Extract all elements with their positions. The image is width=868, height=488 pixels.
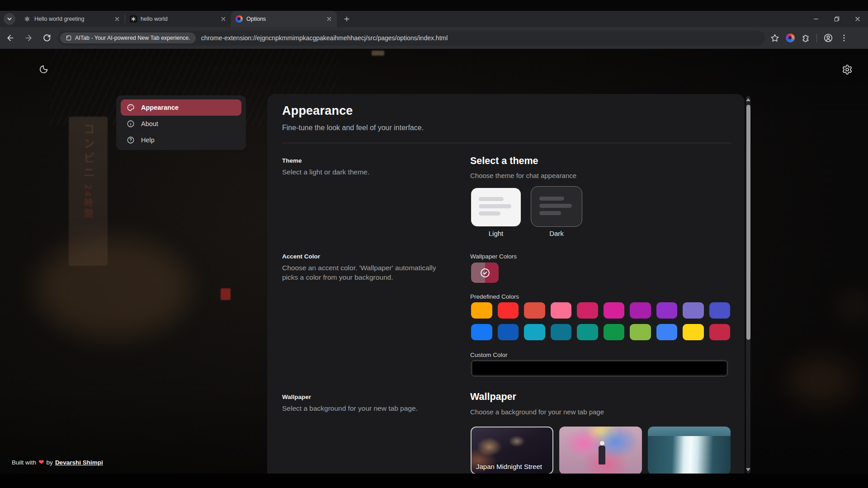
dark-mode-toggle[interactable] — [39, 64, 49, 74]
openai-icon — [24, 15, 31, 23]
tab-hello-world-greeting[interactable]: Hello world greeting — [19, 11, 125, 27]
page-content: コンビニ 24時間 — [0, 49, 868, 474]
info-icon — [127, 120, 135, 128]
tab-close-button[interactable] — [220, 16, 226, 22]
profile-icon[interactable] — [823, 33, 833, 43]
color-swatch[interactable] — [604, 302, 625, 319]
color-swatch[interactable] — [630, 302, 651, 319]
color-swatch[interactable] — [709, 324, 731, 340]
restore-button[interactable] — [826, 11, 847, 27]
theme-preview-bar — [479, 204, 511, 208]
settings-button[interactable] — [842, 64, 853, 75]
chip-label: AITab - Your AI-powered New Tab experien… — [75, 35, 190, 41]
select-theme-subheading: Choose theme for chat appearance — [470, 172, 576, 179]
close-icon — [854, 15, 861, 23]
custom-color-input[interactable] — [471, 360, 728, 376]
theme-preview-bar — [479, 197, 504, 201]
theme-preview-bar — [479, 211, 500, 216]
footer-credit: Built with ❤ by Devarshi Shimpi — [12, 458, 103, 466]
minimize-button[interactable] — [806, 11, 826, 27]
tab-title: hello world — [141, 16, 217, 22]
toolbar-separator — [816, 33, 817, 42]
author-link[interactable]: Devarshi Shimpi — [55, 459, 103, 466]
color-swatch[interactable] — [656, 302, 678, 319]
extensions-puzzle-icon[interactable] — [801, 33, 810, 42]
wallpaper-accent-swatch-selected[interactable] — [471, 263, 499, 283]
panel-scrollbar[interactable] — [746, 96, 750, 474]
openai-dark-icon — [130, 15, 137, 23]
color-swatch[interactable] — [656, 324, 678, 340]
wallpaper-thumb-waterfall[interactable] — [648, 427, 731, 474]
graffiti-figure-head — [600, 441, 604, 446]
sidebar-item-about[interactable]: About — [121, 116, 241, 132]
wallpaper-thumb-japan-midnight-street[interactable]: Japan Midnight Street — [471, 427, 553, 474]
theme-dark-label: Dark — [531, 230, 582, 237]
graffiti-figure-body — [599, 446, 605, 465]
window-title-strip — [0, 0, 868, 11]
color-swatch[interactable] — [551, 302, 572, 319]
tab-search-button[interactable] — [4, 13, 15, 25]
color-swatch[interactable] — [683, 324, 704, 340]
close-icon — [114, 16, 120, 22]
extension-name-chip[interactable]: AITab - Your AI-powered New Tab experien… — [60, 33, 196, 43]
tab-title: Options — [246, 16, 322, 22]
color-swatch[interactable] — [683, 302, 704, 319]
tab-title: Hello world greeting — [34, 16, 110, 22]
browser-window: Hello world greeting hello world Options — [0, 0, 868, 488]
palette-icon — [127, 103, 135, 112]
close-window-button[interactable] — [847, 11, 868, 27]
color-swatch[interactable] — [524, 324, 545, 340]
theme-option-dark-selected[interactable] — [531, 186, 582, 227]
theme-option-light[interactable] — [471, 188, 521, 226]
color-swatch[interactable] — [577, 324, 598, 340]
select-theme-heading: Select a theme — [470, 155, 538, 167]
scrollbar-thumb[interactable] — [746, 105, 750, 340]
custom-color-label: Custom Color — [470, 352, 508, 358]
color-swatch[interactable] — [498, 324, 519, 340]
wallpaper-thumbnails: Japan Midnight Street — [471, 427, 731, 474]
menu-dots-icon[interactable] — [840, 33, 849, 42]
url-text[interactable]: chrome-extension://ejgncnpkmmimpkacgpake… — [201, 34, 448, 42]
color-swatch[interactable] — [551, 324, 572, 340]
wallpaper-thumb-graffiti[interactable] — [559, 427, 642, 474]
address-bar[interactable]: AITab - Your AI-powered New Tab experien… — [58, 31, 765, 46]
color-swatch[interactable] — [577, 302, 598, 319]
back-button[interactable] — [3, 30, 18, 46]
sidebar-item-appearance[interactable]: Appearance — [121, 99, 241, 116]
bookmark-star-icon[interactable] — [770, 33, 779, 42]
predefined-colors-label: Predefined Colors — [470, 293, 519, 300]
color-swatch[interactable] — [524, 302, 545, 319]
section-divider — [282, 143, 731, 143]
footer-connector: by — [47, 459, 53, 466]
moon-icon — [39, 64, 49, 74]
reload-icon — [42, 33, 51, 42]
sidebar-item-label: About — [141, 120, 158, 127]
color-swatch[interactable] — [709, 302, 731, 319]
reload-button[interactable] — [39, 30, 54, 46]
tab-hello-world[interactable]: hello world — [125, 11, 231, 27]
restore-icon — [833, 15, 840, 23]
close-icon — [326, 16, 332, 22]
aitab-extension-icon[interactable] — [786, 33, 795, 42]
tab-options-active[interactable]: Options — [231, 11, 337, 27]
theme-row-label: Theme — [282, 157, 302, 164]
wallpaper-colors-label: Wallpaper Colors — [470, 253, 517, 260]
forward-button[interactable] — [21, 30, 36, 46]
footer-prefix: Built with — [12, 459, 36, 466]
color-swatch[interactable] — [630, 324, 651, 340]
color-swatch[interactable] — [498, 302, 519, 319]
color-swatch[interactable] — [471, 302, 492, 319]
toolbar-right-icons — [770, 33, 849, 43]
scrollbar-down-arrow[interactable] — [746, 468, 750, 471]
chevron-down-icon — [6, 16, 13, 22]
color-swatch[interactable] — [604, 324, 625, 340]
theme-light-label: Light — [470, 230, 522, 237]
back-icon — [6, 33, 15, 42]
sidebar-item-help[interactable]: Help — [121, 132, 241, 148]
color-swatch[interactable] — [471, 324, 492, 340]
tab-close-button[interactable] — [326, 16, 332, 22]
scrollbar-up-arrow[interactable] — [746, 98, 750, 101]
new-tab-button[interactable] — [340, 13, 353, 25]
tab-close-button[interactable] — [114, 16, 120, 22]
wallpaper-row-label: Wallpaper — [282, 394, 311, 400]
